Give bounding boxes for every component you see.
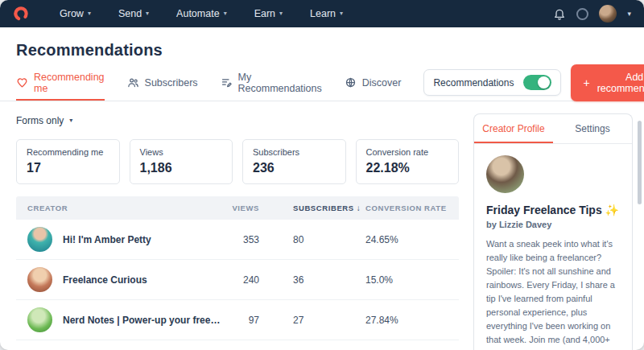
scrollbar[interactable] <box>638 121 642 204</box>
panel-body: Friday Freelance Tips ✨ by Lizzie Davey … <box>474 144 632 350</box>
stat-label: Recommending me <box>27 147 109 157</box>
creator-profile-panel: Creator Profile Settings Friday Freelanc… <box>473 113 633 350</box>
sort-desc-icon: ↓ <box>357 204 361 212</box>
tab-subscribers[interactable]: Subscribers <box>127 64 198 101</box>
creator-cell: Hi! I'm Amber Petty <box>27 227 221 252</box>
conversion-rate-value: 24.65% <box>365 234 448 245</box>
recommendations-toggle-box: Recommendations <box>423 69 561 96</box>
tab-label: Discover <box>362 77 402 89</box>
stats-row: Recommending me 17 Views 1,186 Subscribe… <box>16 139 459 184</box>
tab-bar: Recommending me Subscribers My Recomme <box>0 64 644 101</box>
creator-profile-description: Want a sneak peek into what it's really … <box>486 237 620 350</box>
stat-label: Subscribers <box>253 147 336 157</box>
nav-item-label: Grow <box>60 8 84 19</box>
tab-controls: Recommendations + Add recommendation <box>423 64 644 101</box>
nav-right: ▾ <box>553 5 631 23</box>
main-content: Forms only ▾ Recommending me 17 Views 1,… <box>0 101 644 350</box>
nav-item-earn[interactable]: Earn ▾ <box>254 8 283 19</box>
stat-card-views: Views 1,186 <box>130 139 233 184</box>
creator-avatar <box>27 267 52 292</box>
plus-icon: + <box>583 77 589 89</box>
nav-item-label: Earn <box>254 8 275 19</box>
add-recommendation-button[interactable]: + Add recommendation <box>571 64 644 101</box>
subscribers-value: 27 <box>293 315 357 326</box>
panel-tab-settings[interactable]: Settings <box>553 114 632 143</box>
creator-profile-avatar <box>486 155 524 193</box>
nav-item-label: Automate <box>176 8 220 19</box>
creator-name: Nerd Notes | Power-up your freelancing <box>63 315 221 326</box>
nav-item-label: Send <box>118 8 142 19</box>
bell-icon[interactable] <box>553 7 566 20</box>
user-avatar[interactable] <box>599 5 617 23</box>
app-window: Grow ▾ Send ▾ Automate ▾ Earn ▾ Learn ▾ <box>0 0 644 350</box>
stat-label: Conversion rate <box>366 147 449 157</box>
convertkit-logo-icon[interactable] <box>13 6 29 22</box>
stat-card-conversion-rate: Conversion rate 22.18% <box>356 139 460 184</box>
conversion-rate-value: 15.0% <box>365 274 448 286</box>
views-value: 240 <box>221 274 259 286</box>
stat-value: 22.18% <box>366 161 449 175</box>
table-row[interactable]: Nerd Notes | Power-up your freelancing 9… <box>16 300 459 340</box>
subscribers-value: 36 <box>293 274 357 286</box>
globe-icon <box>345 76 357 89</box>
creator-avatar <box>27 307 52 332</box>
tab-label: My Recommendations <box>238 72 322 94</box>
table-row[interactable]: Freelance Curious 240 36 15.0% <box>16 260 459 300</box>
table-row[interactable]: Hi! I'm Amber Petty 353 80 24.65% <box>16 220 459 260</box>
nav-item-send[interactable]: Send ▾ <box>118 8 149 19</box>
creator-cell: Freelance Curious <box>27 267 221 292</box>
nav-menu: Grow ▾ Send ▾ Automate ▾ Earn ▾ Learn ▾ <box>60 8 343 19</box>
stat-value: 236 <box>253 161 336 175</box>
stat-label: Views <box>140 147 223 157</box>
tab-discover[interactable]: Discover <box>345 64 402 101</box>
chevron-down-icon: ▾ <box>69 117 72 124</box>
conversion-rate-value: 27.84% <box>365 315 448 326</box>
panel-tabs: Creator Profile Settings <box>474 114 632 144</box>
status-ring-icon[interactable] <box>576 8 588 20</box>
creator-name: Freelance Curious <box>63 274 147 286</box>
heart-icon <box>16 76 28 89</box>
list-pencil-icon <box>221 76 233 89</box>
toggle-knob <box>538 76 550 89</box>
stat-value: 1,186 <box>140 161 223 175</box>
chevron-down-icon: ▾ <box>88 10 91 17</box>
table-header-row: Creator Views Subscribers ↓ Conversion r… <box>16 196 459 220</box>
stat-value: 17 <box>27 161 109 175</box>
creator-name: Hi! I'm Amber Petty <box>63 234 151 245</box>
chevron-down-icon: ▾ <box>224 10 227 17</box>
creator-cell: Nerd Notes | Power-up your freelancing <box>27 307 221 332</box>
nav-item-grow[interactable]: Grow ▾ <box>60 8 91 19</box>
tab-label: Recommending me <box>34 72 105 94</box>
nav-item-automate[interactable]: Automate ▾ <box>176 8 227 19</box>
recommendations-toggle-switch[interactable] <box>523 75 551 90</box>
account-chevron-down-icon[interactable]: ▾ <box>627 10 631 18</box>
add-recommendation-label: Add recommendation <box>597 72 644 94</box>
filter-label: Forms only <box>16 115 64 126</box>
views-value: 97 <box>221 315 259 326</box>
page-title: Recommendations <box>0 27 644 64</box>
tab-label: Subscribers <box>145 77 198 89</box>
people-icon <box>127 76 139 89</box>
forms-filter-dropdown[interactable]: Forms only ▾ <box>16 115 72 126</box>
table-header-views[interactable]: Views <box>221 204 259 212</box>
creators-table: Creator Views Subscribers ↓ Conversion r… <box>16 196 459 340</box>
chevron-down-icon: ▾ <box>146 10 149 17</box>
table-header-subscribers[interactable]: Subscribers ↓ <box>293 204 357 212</box>
tab-my-recommendations[interactable]: My Recommendations <box>221 64 322 101</box>
table-header-conversion-rate[interactable]: Conversion rate <box>365 204 448 212</box>
subscribers-value: 80 <box>293 234 357 245</box>
chevron-down-icon: ▾ <box>340 10 343 17</box>
top-nav: Grow ▾ Send ▾ Automate ▾ Earn ▾ Learn ▾ <box>0 0 644 27</box>
nav-item-label: Learn <box>310 8 336 19</box>
toggle-label: Recommendations <box>433 77 514 89</box>
creator-profile-title: Friday Freelance Tips ✨ <box>486 204 620 216</box>
panel-tab-creator-profile[interactable]: Creator Profile <box>474 114 553 143</box>
table-header-creator: Creator <box>27 204 221 212</box>
tab-recommending-me[interactable]: Recommending me <box>16 64 105 101</box>
left-column: Forms only ▾ Recommending me 17 Views 1,… <box>16 101 459 340</box>
nav-item-learn[interactable]: Learn ▾ <box>310 8 343 19</box>
stat-card-recommending-me: Recommending me 17 <box>16 139 120 184</box>
stat-card-subscribers: Subscribers 236 <box>242 139 346 184</box>
creator-avatar <box>27 227 52 252</box>
creator-profile-byline: by Lizzie Davey <box>486 220 620 229</box>
